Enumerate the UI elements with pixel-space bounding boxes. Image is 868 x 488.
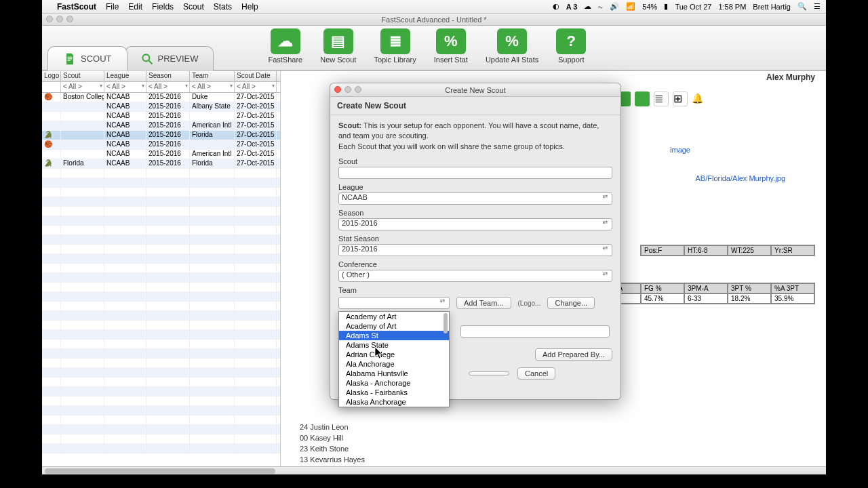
alert-icon[interactable]: 🔔 (692, 93, 704, 105)
table-row[interactable]: 🐊NCAAB2015-2016Florida27-Oct-2015 (42, 131, 280, 140)
dropdown-option[interactable]: Academy of Art (339, 312, 449, 321)
window-close-icon[interactable] (46, 16, 53, 22)
menubar: FastScout File Edit Fields Scout Stats H… (42, 0, 826, 14)
table-row[interactable]: NCAAB2015-201627-Oct-2015 (42, 112, 280, 121)
toolbar-label: Topic Library (374, 56, 416, 64)
adobe-icon[interactable]: A 3 (566, 3, 578, 11)
volume-icon[interactable]: 🔊 (610, 2, 619, 11)
menu-fields[interactable]: Fields (152, 2, 174, 12)
toolbar-icon: % (497, 28, 527, 54)
tab-preview[interactable]: PREVIEW (125, 46, 214, 70)
toolbar-icon: ☁ (271, 28, 300, 54)
menu-help[interactable]: Help (241, 2, 258, 12)
dropdown-option[interactable]: Adrian College (339, 350, 449, 359)
table-row[interactable]: 🏀Boston CollegeNCAAB2015-2016Duke27-Oct-… (42, 93, 280, 102)
change-logo-button[interactable]: Change... (547, 297, 595, 309)
dropdown-option[interactable]: Ala Anchorage (339, 359, 449, 369)
dropdown-option[interactable]: Alaska Anchorage (339, 397, 449, 407)
menu-edit[interactable]: Edit (128, 2, 142, 12)
column-filter[interactable]: < All > (190, 82, 235, 92)
toolbar-insert-stat[interactable]: %Insert Stat (434, 28, 468, 64)
column-header[interactable]: League (104, 71, 146, 81)
roster-item[interactable]: 23 Keith Stone (300, 443, 365, 454)
column-filter[interactable]: < All > (61, 82, 104, 92)
column-header[interactable]: Team (190, 71, 235, 81)
dropdown-option[interactable]: Alaska - Anchorage (339, 378, 449, 388)
team-label: Team (338, 286, 612, 294)
user-name[interactable]: Brett Hartig (753, 3, 791, 11)
roster-item[interactable]: 13 Kevarrius Hayes (300, 454, 365, 465)
time[interactable]: 1:58 PM (718, 3, 746, 11)
menu-stats[interactable]: Stats (214, 2, 232, 12)
roster-item[interactable]: 24 Justin Leon (300, 422, 365, 432)
toolbar-fastshare[interactable]: ☁FastShare (268, 28, 302, 64)
dropdown-option[interactable]: Alaska - Fairbanks (339, 388, 449, 397)
window-zoom-icon[interactable] (66, 16, 73, 22)
table-row[interactable]: 🏀NCAAB2015-201627-Oct-2015 (42, 140, 280, 150)
dropdown-option[interactable]: Adams State (339, 340, 449, 350)
list-view-icon[interactable]: ≣ (654, 92, 669, 106)
dialog-close-icon[interactable] (334, 86, 341, 93)
battery-status[interactable]: 54% (642, 3, 657, 11)
column-header[interactable]: Scout Date (235, 71, 277, 81)
menu-extras-icon[interactable]: ☰ (814, 2, 821, 11)
dropdown-option[interactable]: Adams St (339, 331, 449, 340)
toolbar-support[interactable]: ?Support (556, 28, 586, 64)
add-prepared-by-button[interactable]: Add Prepared By... (535, 348, 612, 361)
table-row[interactable]: NCAAB2015-2016American Intl27-Oct-2015 (42, 150, 280, 159)
column-filter[interactable]: < All > (235, 82, 277, 92)
toolbar-icon: % (436, 28, 466, 54)
horizontal-scrollbar[interactable] (42, 466, 826, 474)
table-row[interactable]: 🐊FloridaNCAAB2015-2016Florida27-Oct-2015 (42, 159, 280, 169)
team-select[interactable] (338, 297, 450, 309)
column-filter[interactable]: < All > (104, 82, 146, 92)
scout-input[interactable] (338, 167, 612, 179)
image-path[interactable]: AB/Florida/Alex Murphy.jpg (696, 174, 785, 182)
column-header[interactable]: Logo (42, 71, 61, 81)
image-link[interactable]: image (670, 146, 690, 154)
toolbar-icon: ▤ (323, 28, 353, 54)
add-team-button[interactable]: Add Team... (456, 297, 511, 309)
statseason-select[interactable]: 2015-2016 (338, 244, 612, 256)
extra-input-1[interactable] (460, 325, 610, 338)
wifi-icon[interactable]: 📶 (626, 2, 635, 11)
status-icon[interactable]: ◐ (553, 2, 559, 11)
search-icon[interactable]: 🔍 (797, 2, 807, 11)
conference-select[interactable]: ( Other ) (338, 270, 612, 282)
stat-button-2[interactable] (635, 92, 650, 106)
dropdown-option[interactable]: Academy of Art (339, 321, 449, 331)
dropdown-scrollbar[interactable] (443, 313, 448, 333)
window-minimize-icon[interactable] (56, 16, 63, 22)
battery-icon: ▮ (664, 2, 668, 11)
date[interactable]: Tue Oct 27 (675, 3, 711, 11)
toolbar: SCOUT PREVIEW ☁FastShare▤New Scout≣Topic… (42, 26, 826, 70)
sync-icon[interactable]: ☁ (584, 2, 591, 11)
stat-table-bio: Pos:FHT:6-8WT:225Yr:SR (640, 245, 815, 256)
column-header[interactable]: Season (146, 71, 190, 81)
season-select[interactable]: 2015-2016 (338, 218, 612, 230)
roster-item[interactable]: 00 Kasey Hill (300, 432, 365, 443)
column-header[interactable]: Scout (61, 71, 104, 81)
toolbar-topic-library[interactable]: ≣Topic Library (374, 28, 416, 64)
table-row[interactable]: NCAAB2015-2016Albany State27-Oct-2015 (42, 102, 280, 112)
stat-table-shooting: FGM-AFG %3PM-A3PT %%A 3PT 42-9245.7%6-33… (597, 283, 815, 304)
tab-scout[interactable]: SCOUT (47, 46, 127, 70)
dialog-minimize-icon[interactable] (344, 86, 351, 93)
dropdown-option[interactable]: Alabama Huntsvlle (339, 369, 449, 378)
table-row[interactable]: NCAAB2015-2016American Intl27-Oct-2015 (42, 121, 280, 131)
column-filter[interactable] (42, 82, 61, 92)
toolbar-new-scout[interactable]: ▤New Scout (320, 28, 356, 64)
app-name[interactable]: FastScout (57, 2, 96, 12)
column-filter[interactable]: < All > (146, 82, 190, 92)
spotlight-icon[interactable]: ⏦ (598, 3, 603, 11)
svg-rect-1 (68, 58, 73, 59)
cancel-button[interactable]: Cancel (517, 367, 555, 380)
grid-view-icon[interactable]: ⊞ (673, 92, 688, 106)
dialog-zoom-icon[interactable] (355, 86, 361, 93)
toolbar-update-all-stats[interactable]: %Update All Stats (486, 28, 538, 64)
dialog-description: Scout: This is your setup for each oppon… (338, 121, 612, 152)
ok-button[interactable] (469, 371, 509, 375)
menu-file[interactable]: File (106, 2, 119, 12)
league-select[interactable]: NCAAB (338, 192, 612, 205)
menu-scout[interactable]: Scout (183, 2, 204, 12)
